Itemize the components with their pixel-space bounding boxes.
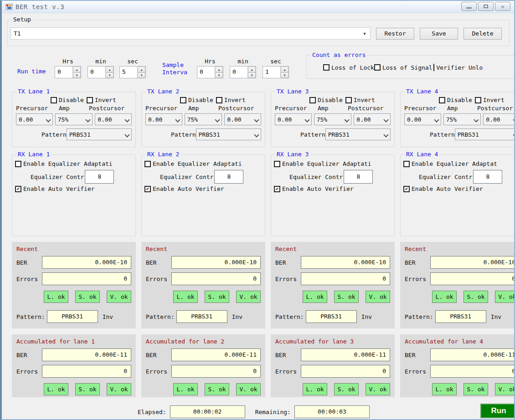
chevron-down-icon — [254, 117, 259, 122]
maximize-icon — [484, 5, 488, 8]
preset-combobox[interactable]: T1 ▼ — [10, 27, 371, 40]
pattern-combobox[interactable]: PRBS31 — [67, 128, 132, 140]
amp-combobox[interactable]: 75% — [55, 113, 93, 125]
amp-combobox[interactable]: 75% — [314, 113, 352, 125]
auto-verifier-checkbox[interactable]: Enable Auto Verifier — [403, 185, 483, 192]
precursor-combobox[interactable]: 0.00 — [275, 113, 312, 125]
tx-disable-checkbox[interactable]: Disable — [51, 97, 84, 103]
checkbox-icon — [309, 97, 316, 103]
close-button[interactable]: ✕ — [495, 2, 510, 11]
run-time-min-spinner[interactable]: 0 ▲▼ — [88, 66, 114, 78]
signal-ok-indicator: S. ok — [205, 291, 229, 303]
checkbox-icon — [51, 97, 57, 103]
sample-interval-min-spinner[interactable]: 0 ▲▼ — [230, 66, 256, 78]
equalizer-adaptation-checkbox[interactable]: Enable Equalizer Adaptati — [274, 160, 371, 167]
sample-interval-sec-spinner[interactable]: 1 ▲▼ — [263, 66, 289, 78]
amp-combobox[interactable]: 75% — [443, 113, 481, 125]
run-time-sec-value: 5 — [120, 67, 137, 78]
sample-interval-min-value: 0 — [230, 67, 247, 78]
amp-combobox[interactable]: 75% — [185, 113, 222, 125]
equalizer-adaptation-checkbox[interactable]: Enable Equalizer Adaptati — [15, 160, 113, 167]
checkbox-icon — [15, 161, 21, 167]
run-time-sec-label: sec — [127, 58, 138, 65]
auto-verifier-checkbox[interactable]: Enable Auto Verifier — [144, 185, 224, 192]
ber-value: 0.000E-11 — [430, 348, 515, 361]
save-button[interactable]: Save — [420, 28, 458, 40]
equalizer-adaptation-checkbox[interactable]: Enable Equalizer Adaptat — [403, 160, 497, 167]
checkbox-icon — [144, 186, 151, 192]
recent-pattern-value: PRBS31 — [435, 310, 486, 323]
spin-up-icon[interactable]: ▲ — [281, 67, 288, 72]
errors-label: Errors — [16, 368, 42, 375]
tx-lane-title: TX Lane 2 — [145, 88, 181, 95]
pattern-combobox[interactable]: PRBS31 — [325, 128, 391, 140]
precursor-combobox[interactable]: 0.00 — [145, 113, 182, 125]
loss-of-signal-checkbox[interactable]: Loss of Signal — [374, 64, 433, 71]
spin-up-icon[interactable]: ▲ — [215, 67, 223, 72]
pattern-combobox[interactable]: PRBS31 — [196, 128, 261, 140]
run-time-sec-spinner[interactable]: 5 ▲▼ — [119, 66, 146, 78]
sample-interval-hrs-label: Hrs — [205, 58, 215, 65]
spin-down-icon[interactable]: ▼ — [215, 72, 223, 78]
tx-lane-group: TX Lane 2 Disable Invert Precursor — [141, 92, 265, 147]
auto-verifier-checkbox[interactable]: Enable Auto Verifier — [274, 185, 354, 192]
timing-row: Run time Hrs 0 ▲▼ min 0 ▲▼ sec 5 ▲▼ Samp… — [2, 50, 514, 83]
chevron-down-icon — [474, 117, 479, 122]
postcursor-combobox[interactable]: 0.00 — [354, 113, 391, 125]
tx-invert-checkbox[interactable]: Invert — [216, 97, 246, 103]
equalizer-control-input[interactable]: 8 — [214, 170, 243, 184]
run-button[interactable]: Run — [480, 404, 515, 418]
equalizer-control-input[interactable]: 8 — [344, 170, 373, 184]
auto-verifier-checkbox[interactable]: Enable Auto Verifier — [15, 185, 95, 192]
lock-ok-indicator: L. ok — [303, 291, 327, 303]
spin-up-icon[interactable]: ▲ — [106, 67, 113, 72]
combobox-dropdown-icon[interactable]: ▼ — [361, 30, 368, 37]
accumulated-panel: Accumulated for lane 1 BER 0.000E-11 Err… — [12, 334, 136, 397]
ber-label: BER — [146, 352, 171, 359]
errors-label: Errors — [275, 276, 301, 282]
verifier-ok-indicator: V. ok — [107, 291, 131, 303]
sample-interval-min-label: min — [237, 58, 248, 65]
precursor-combobox[interactable]: 0.00 — [404, 113, 441, 125]
spin-up-icon[interactable]: ▲ — [73, 67, 81, 72]
equalizer-adaptation-checkbox[interactable]: Enable Equalizer Adaptati — [144, 160, 242, 167]
spin-down-icon[interactable]: ▼ — [248, 72, 256, 78]
postcursor-label: Postcursor — [348, 105, 383, 112]
pattern-combobox[interactable]: PRBS31 — [455, 128, 515, 140]
tx-invert-checkbox[interactable]: Invert — [475, 97, 505, 103]
equalizer-control-input[interactable]: 8 — [473, 170, 502, 184]
chevron-down-icon — [383, 132, 388, 137]
tx-invert-checkbox[interactable]: Invert — [345, 97, 375, 103]
loss-of-lock-checkbox[interactable]: Loss of Lock — [323, 64, 374, 71]
spin-down-icon[interactable]: ▼ — [138, 72, 145, 78]
delete-button[interactable]: Delete — [464, 28, 502, 40]
precursor-label: Precursor — [145, 105, 188, 112]
minimize-button[interactable] — [461, 2, 477, 11]
tx-invert-checkbox[interactable]: Invert — [87, 97, 116, 103]
tx-disable-checkbox[interactable]: Disable — [309, 97, 343, 103]
run-time-hrs-spinner[interactable]: 0 ▲▼ — [55, 66, 81, 78]
rx-lane-group: RX Lane 3 Enable Equalizer Adaptati Equa… — [271, 154, 395, 236]
spin-down-icon[interactable]: ▼ — [106, 72, 113, 78]
accumulated-title: Accumulated for lane 1 — [16, 338, 95, 345]
spin-down-icon[interactable]: ▼ — [73, 72, 81, 78]
postcursor-combobox[interactable]: 0.00 — [95, 113, 132, 125]
spin-up-icon[interactable]: ▲ — [248, 67, 256, 72]
spin-up-icon[interactable]: ▲ — [138, 67, 145, 72]
postcursor-combobox[interactable]: 0.00 — [483, 113, 515, 125]
restore-button[interactable]: Restor — [376, 28, 414, 40]
verifier-unlock-checkbox[interactable]: Verifier Unlo — [433, 64, 483, 71]
sample-interval-hrs-spinner[interactable]: 0 ▲▼ — [197, 66, 223, 78]
tx-disable-checkbox[interactable]: Disable — [180, 97, 213, 103]
preset-value: T1 — [14, 30, 21, 37]
recent-panel: Recent BER 0.000E-10 Errors 0 L. ok S. o… — [12, 242, 136, 328]
tx-disable-checkbox[interactable]: Disable — [439, 97, 472, 103]
maximize-button[interactable] — [478, 2, 494, 11]
precursor-combobox[interactable]: 0.00 — [16, 113, 53, 125]
equalizer-control-label: Equalizer Contr — [160, 174, 213, 180]
spin-down-icon[interactable]: ▼ — [281, 72, 288, 78]
checkbox-icon — [475, 97, 481, 103]
postcursor-combobox[interactable]: 0.00 — [224, 113, 261, 125]
pattern-label: Pattern — [41, 131, 67, 138]
equalizer-control-input[interactable]: 8 — [85, 170, 114, 184]
